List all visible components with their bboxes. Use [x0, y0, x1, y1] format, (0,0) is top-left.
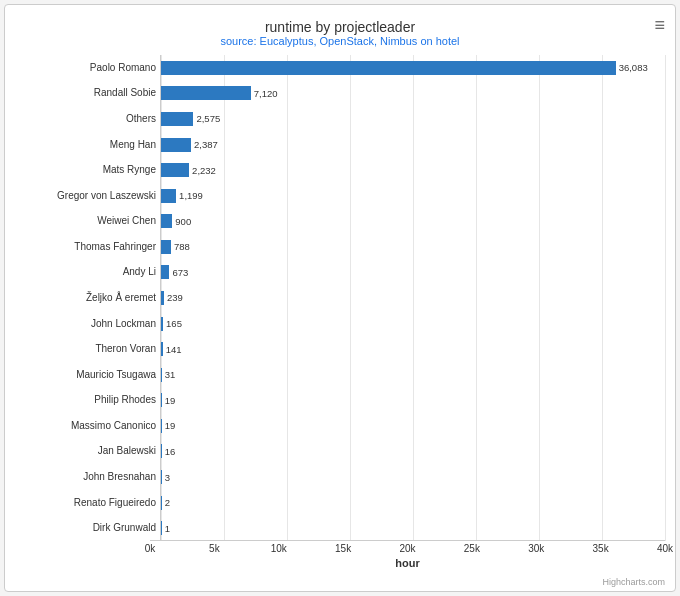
highcharts-credit: Highcharts.com	[602, 577, 665, 587]
bar-value-label: 1	[165, 523, 170, 534]
y-label: Mauricio Tsugawa	[76, 370, 156, 380]
bar-row: 16	[161, 442, 665, 460]
chart-container: runtime by projectleader source: Eucalyp…	[4, 4, 676, 592]
bar-value-label: 36,083	[619, 62, 648, 73]
bar-row: 239	[161, 289, 665, 307]
bar	[161, 393, 162, 407]
y-label: Jan Balewski	[98, 446, 156, 456]
bar	[161, 240, 171, 254]
bar	[161, 214, 172, 228]
bar-value-label: 788	[174, 241, 190, 252]
bar-row: 673	[161, 263, 665, 281]
bar-value-label: 900	[175, 216, 191, 227]
y-label: Paolo Romano	[90, 63, 156, 73]
bar-row: 900	[161, 212, 665, 230]
bar-row: 3	[161, 468, 665, 486]
bar-row: 1,199	[161, 187, 665, 205]
bar-value-label: 2,387	[194, 139, 218, 150]
bar	[161, 138, 191, 152]
x-axis-area: 0k5k10k15k20k25k30k35k40k hour	[150, 540, 665, 569]
bar-value-label: 2,232	[192, 165, 216, 176]
bar-row: 7,120	[161, 84, 665, 102]
bar	[161, 368, 162, 382]
bar	[161, 444, 162, 458]
bar	[161, 265, 169, 279]
y-label: Philip Rhodes	[94, 395, 156, 405]
bar-value-label: 7,120	[254, 88, 278, 99]
bar-value-label: 239	[167, 292, 183, 303]
bar-row: 36,083	[161, 59, 665, 77]
bar-row: 2	[161, 494, 665, 512]
bar	[161, 470, 162, 484]
y-label: Dirk Grunwald	[93, 523, 156, 533]
bar-value-label: 673	[172, 267, 188, 278]
y-label: Randall Sobie	[94, 88, 156, 98]
bar-row: 1	[161, 519, 665, 537]
y-label: Weiwei Chen	[97, 216, 156, 226]
y-label: Andy Li	[123, 267, 156, 277]
y-label: Others	[126, 114, 156, 124]
y-label: Mats Rynge	[103, 165, 156, 175]
bar	[161, 317, 163, 331]
bar-row: 2,387	[161, 136, 665, 154]
bar-row: 2,232	[161, 161, 665, 179]
bar-value-label: 141	[166, 344, 182, 355]
chart-subtitle: source: Eucalyptus, OpenStack, Nimbus on…	[15, 35, 665, 47]
bar	[161, 61, 616, 75]
bar	[161, 163, 189, 177]
y-label: Gregor von Laszewski	[57, 191, 156, 201]
bar-value-label: 16	[165, 446, 176, 457]
bar-value-label: 19	[165, 395, 176, 406]
bar-value-label: 3	[165, 472, 170, 483]
bar-value-label: 2,575	[196, 113, 220, 124]
bar-row: 19	[161, 391, 665, 409]
bar-row: 141	[161, 340, 665, 358]
bar-value-label: 165	[166, 318, 182, 329]
bar	[161, 291, 164, 305]
bar	[161, 496, 162, 510]
x-axis-label: hour	[150, 557, 665, 569]
bar	[161, 112, 193, 126]
bar-row: 19	[161, 417, 665, 435]
bar-value-label: 31	[165, 369, 176, 380]
bar	[161, 342, 163, 356]
bar-row: 2,575	[161, 110, 665, 128]
bar	[161, 419, 162, 433]
y-label: John Lockman	[91, 319, 156, 329]
bar-row: 31	[161, 366, 665, 384]
y-label: Renato Figueiredo	[74, 498, 156, 508]
y-label: Meng Han	[110, 140, 156, 150]
bar	[161, 86, 251, 100]
chart-title: runtime by projectleader	[15, 19, 665, 35]
chart-area: Paolo RomanoRandall SobieOthersMeng HanM…	[15, 55, 665, 541]
y-label: Željko Å eremet	[86, 293, 156, 303]
y-labels: Paolo RomanoRandall SobieOthersMeng HanM…	[15, 55, 160, 541]
y-label: Theron Voran	[95, 344, 156, 354]
bar-row: 788	[161, 238, 665, 256]
bar	[161, 189, 176, 203]
y-label: Massimo Canonico	[71, 421, 156, 431]
y-label: John Bresnahan	[83, 472, 156, 482]
bar-value-label: 19	[165, 420, 176, 431]
menu-icon[interactable]: ≡	[654, 15, 665, 36]
bar	[161, 521, 162, 535]
bar-value-label: 1,199	[179, 190, 203, 201]
bar-value-label: 2	[165, 497, 170, 508]
bars-area: 36,0837,1202,5752,3872,2321,199900788673…	[160, 55, 665, 541]
bar-row: 165	[161, 315, 665, 333]
y-label: Thomas Fahringer	[74, 242, 156, 252]
